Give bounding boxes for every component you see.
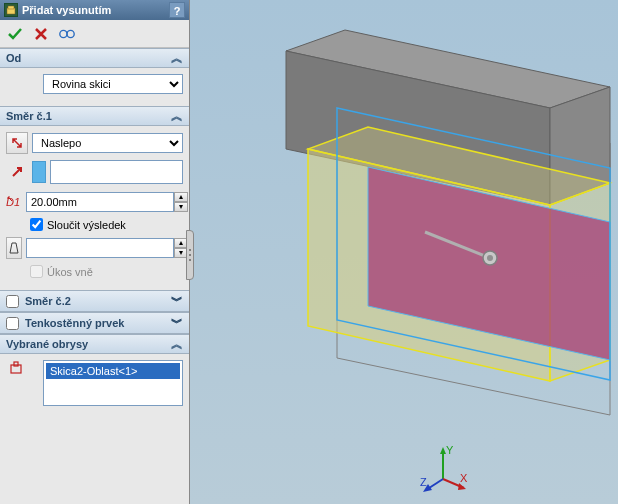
section-dir1-body: Naslepo D1 ▴ ▾ Sloučit výslede	[0, 126, 189, 290]
section-dir1-header[interactable]: Směr č.1 ︽	[0, 106, 189, 126]
title-text: Přidat vysunutím	[22, 4, 169, 16]
merge-checkbox[interactable]	[30, 218, 43, 231]
section-dir2-label: Směr č.2	[25, 295, 71, 307]
direction-arrow-icon[interactable]	[6, 163, 28, 181]
chevron-up-icon: ︽	[171, 336, 183, 353]
thin-checkbox[interactable]	[6, 317, 19, 330]
property-panel: Přidat vysunutím ? Od ︽ Rovina skici Smě…	[0, 0, 190, 504]
ok-button[interactable]	[6, 25, 24, 43]
chevron-up-icon: ︽	[171, 108, 183, 125]
chevron-up-icon: ︽	[171, 50, 183, 67]
view-triad[interactable]: Y X Z	[418, 444, 468, 494]
from-select[interactable]: Rovina skici	[43, 74, 183, 94]
chevron-down-icon: ︾	[171, 293, 183, 310]
depth-icon: D1	[6, 193, 22, 211]
section-dir1-label: Směr č.1	[6, 110, 52, 122]
section-thin-header[interactable]: Tenkostěnný prvek ︾	[0, 312, 189, 334]
svg-text:Z: Z	[420, 476, 427, 488]
draft-input[interactable]	[26, 238, 174, 258]
viewport-3d[interactable]: Y X Z	[190, 0, 618, 504]
feature-icon	[4, 3, 18, 17]
preview-button[interactable]	[58, 25, 76, 43]
help-button[interactable]: ?	[169, 2, 185, 18]
cancel-button[interactable]	[32, 25, 50, 43]
contours-listbox[interactable]: Skica2-Oblast<1>	[43, 360, 183, 406]
section-from-label: Od	[6, 52, 21, 64]
section-from-header[interactable]: Od ︽	[0, 48, 189, 68]
chevron-down-icon: ︾	[171, 315, 183, 332]
svg-text:X: X	[460, 472, 468, 484]
svg-text:Y: Y	[446, 444, 454, 456]
merge-label: Sloučit výsledek	[47, 219, 126, 231]
svg-rect-1	[8, 6, 14, 9]
panel-resize-handle[interactable]	[186, 230, 194, 280]
draft-outward-checkbox	[30, 265, 43, 278]
color-swatch[interactable]	[32, 161, 46, 183]
action-bar	[0, 20, 189, 48]
titlebar: Přidat vysunutím ?	[0, 0, 189, 20]
dir2-checkbox[interactable]	[6, 295, 19, 308]
section-thin-label: Tenkostěnný prvek	[25, 317, 124, 329]
end-condition-select[interactable]: Naslepo	[32, 133, 183, 153]
contour-item[interactable]: Skica2-Oblast<1>	[46, 363, 180, 379]
contour-icon	[6, 360, 28, 378]
model-preview	[190, 0, 618, 504]
section-dir2-header[interactable]: Směr č.2 ︾	[0, 290, 189, 312]
draft-input-group: ▴ ▾	[26, 238, 188, 258]
draft-outward-label: Úkos vně	[47, 266, 93, 278]
spinner-up[interactable]: ▴	[174, 192, 188, 202]
depth-input-group: ▴ ▾	[26, 192, 188, 212]
svg-point-19	[487, 255, 493, 261]
svg-marker-24	[458, 483, 466, 490]
reverse-direction-button[interactable]	[6, 132, 28, 154]
svg-point-3	[67, 30, 74, 37]
section-contours-label: Vybrané obrysy	[6, 338, 88, 350]
direction-reference-box[interactable]	[50, 160, 183, 184]
section-contours-header[interactable]: Vybrané obrysy ︽	[0, 334, 189, 354]
depth-input[interactable]	[26, 192, 174, 212]
section-from-body: Rovina skici	[0, 68, 189, 106]
section-contours-body: Skica2-Oblast<1>	[0, 354, 189, 418]
spinner-down[interactable]: ▾	[174, 202, 188, 212]
svg-point-2	[60, 30, 67, 37]
draft-button[interactable]	[6, 237, 22, 259]
